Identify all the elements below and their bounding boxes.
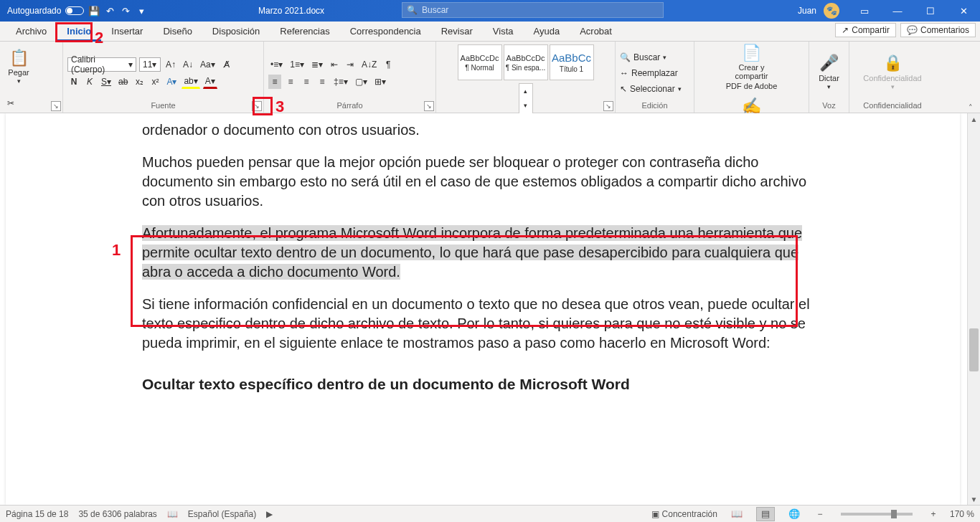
- strike-button[interactable]: ab: [116, 75, 130, 89]
- qat-more-icon[interactable]: ▾: [136, 5, 147, 16]
- share-label: Compartir: [852, 25, 890, 35]
- subscript-button[interactable]: x₂: [133, 75, 146, 89]
- language-indicator[interactable]: Español (España): [188, 509, 256, 519]
- decrease-indent-button[interactable]: ⇤: [328, 57, 341, 72]
- share-button[interactable]: ↗Compartir: [835, 23, 896, 37]
- clipboard-launcher[interactable]: ↘: [51, 101, 61, 111]
- sort-button[interactable]: A↓Z: [359, 57, 379, 72]
- ribbon-options-icon[interactable]: ▭: [848, 0, 881, 22]
- focus-mode-button[interactable]: ▣Concentración: [651, 509, 717, 519]
- align-left-button[interactable]: ≡: [268, 75, 281, 89]
- clear-format-button[interactable]: A̸: [220, 57, 233, 72]
- web-layout-icon[interactable]: 🌐: [785, 507, 804, 521]
- line-spacing-button[interactable]: ‡≡▾: [331, 75, 350, 89]
- selected-text: Afortunadamente, el programa Microsoft W…: [142, 225, 802, 280]
- tab-diseno[interactable]: Diseño: [153, 22, 202, 42]
- show-marks-button[interactable]: ¶: [382, 57, 395, 72]
- avatar[interactable]: 🐾: [824, 3, 839, 19]
- styles-down-icon[interactable]: ▾: [519, 98, 532, 113]
- superscript-button[interactable]: x²: [149, 75, 161, 89]
- tab-archivo[interactable]: Archivo: [6, 22, 57, 42]
- dictate-button[interactable]: 🎤 Dictar ▾: [814, 50, 845, 96]
- align-right-button[interactable]: ≡: [300, 75, 313, 89]
- numbering-button[interactable]: 1≡▾: [288, 57, 306, 72]
- scroll-down-icon[interactable]: ▼: [968, 493, 980, 505]
- collapse-ribbon-icon[interactable]: ˄: [964, 100, 977, 115]
- scroll-thumb[interactable]: [969, 328, 979, 371]
- tab-referencias[interactable]: Referencias: [270, 22, 339, 42]
- vertical-scrollbar[interactable]: ▲ ▼: [967, 113, 980, 505]
- shrink-font-button[interactable]: A↓: [181, 57, 195, 72]
- style-normal[interactable]: AaBbCcDc¶ Normal: [458, 44, 502, 80]
- font-size-select[interactable]: 11 ▾: [139, 57, 161, 72]
- page-indicator[interactable]: Página 15 de 18: [6, 509, 68, 519]
- style-nospacing[interactable]: AaBbCcDc¶ Sin espa...: [504, 44, 548, 80]
- bold-button[interactable]: N: [67, 75, 80, 89]
- zoom-in-button[interactable]: +: [927, 507, 940, 521]
- scroll-up-icon[interactable]: ▲: [968, 113, 980, 125]
- save-icon[interactable]: 💾: [88, 5, 100, 16]
- select-label: Seleccionar: [630, 84, 675, 94]
- shading-button[interactable]: ▢▾: [353, 75, 369, 89]
- styles-up-icon[interactable]: ▴: [519, 84, 532, 98]
- zoom-slider[interactable]: [841, 513, 913, 516]
- read-mode-icon[interactable]: 📖: [727, 507, 746, 521]
- redo-icon[interactable]: ↷: [120, 5, 131, 16]
- replace-button[interactable]: ↔Reemplazar: [620, 66, 689, 80]
- font-color-button[interactable]: A▾: [203, 75, 217, 89]
- change-case-button[interactable]: Aa▾: [198, 57, 217, 72]
- tab-correspondencia[interactable]: Correspondencia: [340, 22, 431, 42]
- tab-vista[interactable]: Vista: [483, 22, 524, 42]
- document-page[interactable]: ordenador o documento con otros usuarios…: [6, 113, 960, 505]
- word-count[interactable]: 35 de 6306 palabras: [78, 509, 156, 519]
- highlight-button[interactable]: ab▾: [182, 75, 199, 89]
- paste-label: Pegar: [8, 68, 29, 77]
- find-button[interactable]: 🔍Buscar▾: [620, 50, 689, 65]
- spellcheck-icon[interactable]: 📖: [167, 509, 178, 519]
- paragraph-launcher[interactable]: ↘: [424, 101, 434, 111]
- autosave-toggle[interactable]: Autoguardado: [7, 6, 84, 16]
- tab-insertar[interactable]: Insertar: [101, 22, 153, 42]
- minimize-icon[interactable]: —: [881, 0, 914, 22]
- style-name: Título 1: [560, 65, 583, 73]
- style-name: ¶ Normal: [465, 64, 494, 72]
- font-launcher[interactable]: ↘: [252, 101, 262, 111]
- increase-indent-button[interactable]: ⇥: [344, 57, 357, 72]
- create-pdf-button[interactable]: 📄 Crear y compartir PDF de Adobe: [725, 44, 779, 90]
- print-layout-icon[interactable]: ▤: [756, 507, 775, 521]
- close-icon[interactable]: ✕: [947, 0, 980, 22]
- paste-button[interactable]: 📋 Pegar ▾: [4, 44, 33, 90]
- lock-icon: 🔒: [883, 54, 903, 72]
- align-center-button[interactable]: ≡: [284, 75, 297, 89]
- grow-font-button[interactable]: A↑: [164, 57, 178, 72]
- undo-icon[interactable]: ↶: [104, 5, 116, 16]
- zoom-out-button[interactable]: −: [814, 507, 826, 521]
- bullets-button[interactable]: •≡▾: [268, 57, 285, 72]
- tab-revisar[interactable]: Revisar: [431, 22, 483, 42]
- tab-ayuda[interactable]: Ayuda: [523, 22, 570, 42]
- italic-button[interactable]: K: [83, 75, 96, 89]
- comment-icon: 💬: [907, 25, 918, 35]
- zoom-level[interactable]: 170 %: [950, 509, 974, 519]
- justify-button[interactable]: ≡: [316, 75, 329, 89]
- search-input[interactable]: 🔍 Buscar: [402, 2, 664, 18]
- multilevel-button[interactable]: ≣▾: [309, 57, 325, 72]
- font-group-label: Fuente: [67, 101, 259, 111]
- styles-launcher[interactable]: ↘: [603, 101, 613, 111]
- borders-button[interactable]: ⊞▾: [372, 75, 388, 89]
- conf-group-label: Confidencialidad: [854, 101, 931, 111]
- font-name-value: Calibri (Cuerpo): [71, 54, 128, 75]
- text-effects-button[interactable]: A▾: [164, 75, 179, 89]
- select-button[interactable]: ↖Seleccionar▾: [620, 82, 689, 96]
- underline-button[interactable]: S▾: [99, 75, 113, 89]
- style-heading1[interactable]: AaBbCcTítulo 1: [550, 44, 594, 80]
- user-name[interactable]: Juan: [798, 6, 816, 16]
- styles-gallery[interactable]: AaBbCcDc¶ Normal AaBbCcDc¶ Sin espa... A…: [458, 44, 594, 80]
- cut-button[interactable]: ✂: [4, 96, 17, 110]
- maximize-icon[interactable]: ☐: [914, 0, 947, 22]
- tab-acrobat[interactable]: Acrobat: [570, 22, 622, 42]
- macro-icon[interactable]: ▶: [266, 509, 273, 519]
- tab-disposicion[interactable]: Disposición: [202, 22, 270, 42]
- font-name-select[interactable]: Calibri (Cuerpo) ▾: [67, 57, 136, 72]
- comments-button[interactable]: 💬Comentarios: [900, 23, 976, 37]
